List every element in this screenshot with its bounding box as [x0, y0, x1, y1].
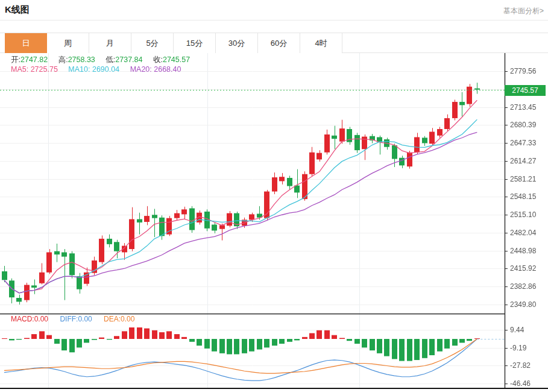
close-value: 2745.57 — [163, 55, 190, 64]
tab-15min[interactable]: 15分 — [174, 33, 216, 53]
ma5-value: 2725.75 — [31, 65, 58, 74]
close-label: 收: — [153, 55, 163, 64]
kline-chart-area — [0, 53, 548, 392]
ohlc-readout: 开:2747.82 高:2758.33 低:2737.84 收:2745.57 — [11, 55, 198, 65]
low-value: 2737.84 — [115, 55, 142, 64]
ma5-label: MA5: — [11, 65, 28, 74]
tab-30min[interactable]: 30分 — [216, 33, 258, 53]
open-value: 2747.82 — [20, 55, 48, 64]
macd-readout: MACD:0.00 DIFF:0.00 DEA:0.00 — [11, 315, 144, 323]
interval-tabs: 日 周 月 5分 15分 30分 60分 4时 — [5, 33, 342, 53]
page-header: K线图 基本面分析> — [0, 0, 548, 21]
diff-label: DIFF: — [60, 315, 78, 323]
low-label: 低: — [106, 55, 115, 64]
open-label: 开: — [11, 55, 20, 64]
dea-value: 0.00 — [121, 315, 134, 323]
ma10-label: MA10: — [68, 65, 90, 74]
tab-week[interactable]: 周 — [47, 33, 89, 53]
dea-label: DEA: — [104, 315, 121, 323]
tab-5min[interactable]: 5分 — [131, 33, 174, 53]
tab-60min[interactable]: 60分 — [258, 33, 300, 53]
ma-readout: MA5: 2725.75 MA10: 2690.04 MA20: 2668.40 — [11, 65, 189, 74]
ma20-label: MA20: — [130, 65, 152, 74]
macd-label: MACD: — [11, 315, 34, 323]
macd-value: 0.00 — [34, 315, 48, 323]
tab-day[interactable]: 日 — [5, 33, 47, 53]
tab-4hour[interactable]: 4时 — [300, 33, 342, 53]
current-price-badge: 2745.57 — [505, 85, 546, 96]
ma10-value: 2690.04 — [92, 65, 119, 74]
page-title: K线图 — [5, 4, 30, 16]
chart-canvas[interactable] — [0, 53, 548, 392]
fundamental-analysis-link[interactable]: 基本面分析> — [503, 6, 544, 16]
high-value: 2758.33 — [68, 55, 95, 64]
diff-value: 0.00 — [78, 315, 92, 323]
ma20-value: 2668.40 — [154, 65, 181, 74]
interval-tabbar: 日 周 月 5分 15分 30分 60分 4时 — [0, 33, 548, 53]
high-label: 高: — [58, 55, 68, 64]
tab-month[interactable]: 月 — [89, 33, 131, 53]
